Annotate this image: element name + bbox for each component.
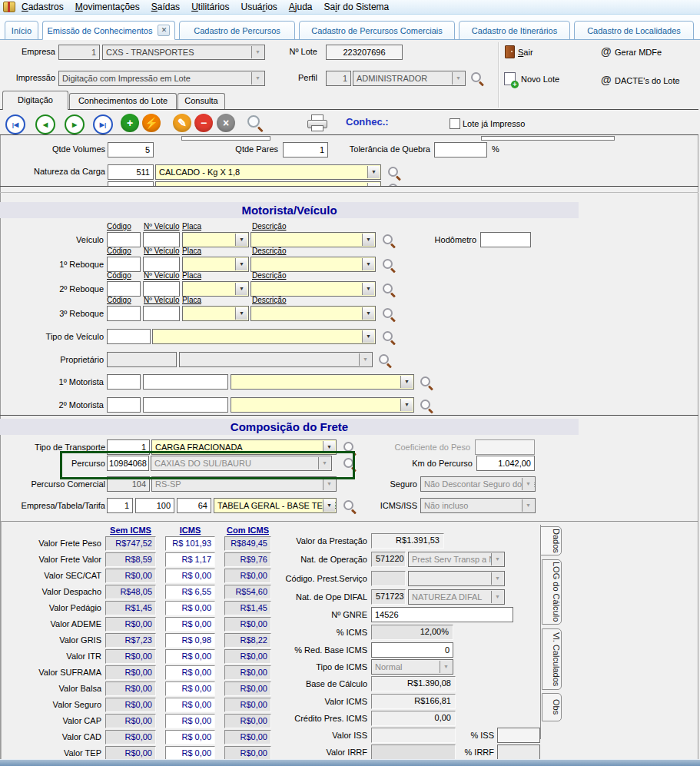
tab-cadastro-de-percursos[interactable]: Cadastro de Percursos (179, 21, 295, 40)
valor-icms-valor-sec-cat[interactable]: R$ 0,00 (165, 569, 215, 583)
etf-search-icon[interactable] (343, 499, 357, 513)
motorista1-combo[interactable]: ▼ (231, 374, 414, 390)
1-reboque-placa-combo[interactable]: ▼ (182, 257, 249, 272)
etf-tarifa-input[interactable]: 64 (177, 498, 211, 513)
side-tab-log-do-calculo[interactable]: LOG do Cálculo (542, 559, 562, 625)
3-reboque-nveiculo-input[interactable] (143, 306, 180, 321)
tab-cadastro-de-percursos-comerciais[interactable]: Cadastro de Percursos Comerciais (299, 21, 455, 40)
tipo-veiculo-code-input[interactable] (107, 329, 151, 344)
3-reboque-codigo-input[interactable] (107, 306, 141, 321)
subtab-conhecimentos-do-lote[interactable]: Conhecimentos do Lote (69, 93, 177, 109)
subtab-digitacao[interactable]: Digitação (2, 91, 68, 110)
etf-tabela-input[interactable]: 100 (135, 498, 174, 513)
cancel-icon[interactable]: × (217, 114, 235, 132)
km-percurso-input[interactable]: 1.042,00 (476, 456, 535, 471)
1-reboque-codigo-input[interactable] (107, 257, 141, 272)
2-reboque-descricao-combo[interactable]: ▼ (250, 281, 376, 297)
especie-search-icon[interactable] (387, 183, 401, 187)
natureza-code-input[interactable]: 511 (108, 164, 154, 180)
motorista1-doc-input[interactable] (143, 374, 228, 390)
lightning-icon[interactable]: ⚡ (142, 114, 161, 132)
gnre-input[interactable]: 14526 (371, 607, 513, 622)
close-icon[interactable]: ✕ (158, 25, 170, 36)
perfil-combo[interactable]: ADMINISTRADOR▼ (353, 71, 466, 86)
tipo-transporte-combo[interactable]: CARGA FRACIONADA▼ (151, 439, 337, 455)
hodometro-input[interactable] (480, 232, 531, 247)
menu-item-usuarios[interactable]: Usuários (241, 2, 277, 12)
veiculo-descricao-combo[interactable]: ▼ (250, 232, 376, 247)
p-red-input[interactable]: 0 (371, 642, 453, 658)
valor-icms-valor-cad[interactable]: R$ 0,00 (165, 730, 215, 744)
proprietario-search-icon[interactable] (378, 353, 392, 367)
etf-empresa-input[interactable]: 1 (107, 498, 133, 513)
valor-icms-valor-frete-valor[interactable]: R$ 1,17 (165, 552, 215, 567)
valor-icms-valor-despacho[interactable]: R$ 6,55 (165, 585, 215, 599)
motorista2-code-input[interactable] (107, 397, 141, 413)
lote-impresso-checkbox[interactable] (450, 118, 460, 129)
motorista2-search-icon[interactable] (420, 399, 433, 413)
motorista2-doc-input[interactable] (143, 397, 228, 413)
motorista2-combo[interactable]: ▼ (231, 397, 414, 413)
motorista1-search-icon[interactable] (420, 376, 433, 390)
menu-item-utilitarios[interactable]: Utilitários (191, 2, 229, 12)
perfil-search-icon[interactable] (470, 71, 484, 85)
etf-combo[interactable]: TABELA GERAL - BASE TESTE▼ (214, 498, 337, 513)
add-icon[interactable]: + (121, 114, 139, 132)
motorista1-code-input[interactable] (107, 374, 141, 390)
qtde-volumes-input[interactable]: 5 (108, 142, 154, 158)
menu-item-ajuda[interactable]: Ajuda (289, 2, 313, 12)
last-record-icon[interactable]: ▶| (93, 114, 113, 134)
3-reboque-placa-combo[interactable]: ▼ (182, 306, 249, 321)
valor-icms-valor-frete-peso[interactable]: R$ 101,93 (165, 536, 215, 551)
side-tab-obs[interactable]: Obs (542, 693, 562, 721)
3-reboque-descricao-combo[interactable]: ▼ (250, 306, 376, 321)
percurso-code-input[interactable]: 10984068 (107, 456, 149, 471)
menu-item-sair-do-sistema[interactable]: Sair do Sistema (324, 2, 390, 12)
p-iss-input[interactable] (497, 728, 540, 743)
2-reboque-codigo-input[interactable] (107, 281, 141, 297)
valor-icms-valor-ademe[interactable]: R$ 0,00 (165, 617, 215, 632)
valor-icms-valor-pedagio[interactable]: R$ 0,00 (165, 601, 215, 615)
valor-icms-valor-seguro[interactable]: R$ 0,00 (165, 698, 215, 712)
especie-combo[interactable]: CAIXAS▼ (155, 181, 381, 187)
printer-icon[interactable] (307, 114, 327, 131)
side-tab-dados[interactable]: Dados (540, 526, 562, 555)
menu-item-saidas[interactable]: Saídas (151, 2, 180, 12)
percurso-search-icon[interactable] (343, 457, 357, 471)
next-record-icon[interactable]: ▶ (65, 114, 85, 134)
2-reboque-search-icon[interactable] (382, 283, 396, 297)
tolerancia-input[interactable] (434, 142, 487, 158)
qtde-pares-input[interactable]: 1 (283, 142, 328, 158)
previous-record-icon[interactable]: ◀ (35, 114, 55, 134)
tab-cadastro-de-itinerarios[interactable]: Cadastro de Itinerários (459, 21, 570, 40)
veiculo-nveiculo-input[interactable] (143, 232, 180, 247)
valor-icms-valor-balsa[interactable]: R$ 0,00 (165, 681, 215, 696)
valor-icms-valor-itr[interactable]: R$ 0,00 (165, 649, 215, 664)
1-reboque-nveiculo-input[interactable] (143, 257, 180, 272)
valor-icms-valor-gris[interactable]: R$ 0,98 (165, 633, 215, 648)
valor-icms-valor-cap[interactable]: R$ 0,00 (165, 714, 215, 728)
valor-icms-valor-suframa[interactable]: R$ 0,00 (165, 665, 215, 680)
tipo-veiculo-search-icon[interactable] (382, 330, 396, 344)
2-reboque-nveiculo-input[interactable] (143, 281, 180, 297)
tab-cadastro-de-localidades[interactable]: Cadastro de Localidades (574, 21, 694, 40)
veiculo-placa-combo[interactable]: ▼ (182, 232, 249, 247)
lote-input[interactable]: 223207696 (326, 45, 403, 60)
menu-item-cadastros[interactable]: Cadastros (22, 2, 64, 12)
1-reboque-descricao-combo[interactable]: ▼ (250, 257, 376, 272)
natureza-search-icon[interactable] (387, 166, 401, 180)
menu-item-movimentacoes[interactable]: Movimentações (75, 2, 140, 12)
2-reboque-placa-combo[interactable]: ▼ (182, 281, 249, 297)
side-tab-vl-calculados[interactable]: Vl. Calculados (542, 628, 562, 690)
3-reboque-search-icon[interactable] (382, 307, 396, 321)
natureza-combo[interactable]: CALCADO - Kg X 1,8▼ (155, 164, 381, 180)
remove-icon[interactable]: − (194, 114, 213, 132)
search-icon[interactable] (246, 114, 264, 132)
tab-inicio[interactable]: Início (5, 21, 38, 40)
first-record-icon[interactable]: |◀ (5, 114, 25, 134)
valor-iss-input[interactable] (371, 728, 456, 743)
edit-pencil-icon[interactable]: ✎ (173, 114, 191, 132)
veiculo-search-icon[interactable] (382, 234, 396, 247)
tab-emissao-de-conhecimentos[interactable]: Emissão de Conhecimentos✕ (42, 21, 175, 40)
veiculo-codigo-input[interactable] (107, 232, 141, 247)
